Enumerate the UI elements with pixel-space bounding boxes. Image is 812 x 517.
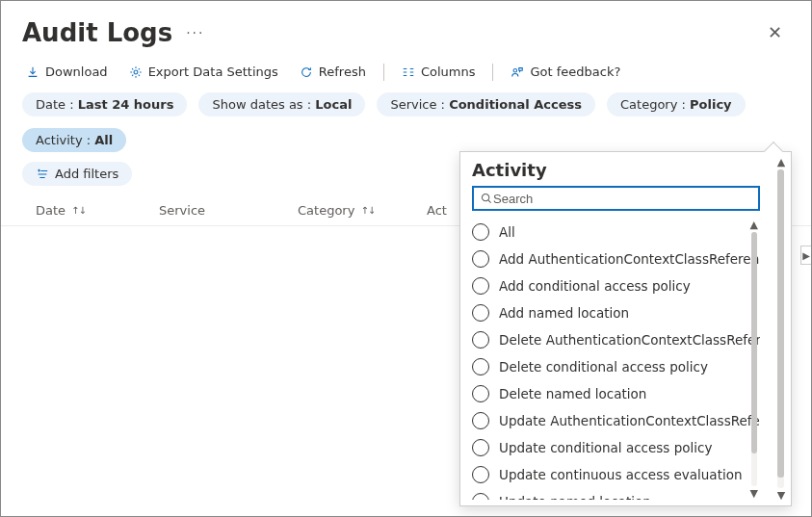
more-options-icon[interactable]: ··· bbox=[186, 25, 204, 40]
column-header-service[interactable]: Service bbox=[159, 203, 298, 218]
option-delete-namedloc[interactable]: Delete named location bbox=[472, 380, 750, 407]
filter-service-label: Service : bbox=[390, 97, 449, 112]
list-scroll-down[interactable]: ▼ bbox=[750, 487, 758, 500]
radio-icon bbox=[472, 223, 489, 241]
list-scroll-up[interactable]: ▲ bbox=[750, 219, 758, 231]
refresh-icon bbox=[300, 65, 313, 79]
option-add-capolicy[interactable]: Add conditional access policy bbox=[472, 272, 750, 299]
download-icon bbox=[26, 65, 39, 79]
columns-icon bbox=[402, 65, 415, 79]
filter-showdates-label: Show dates as : bbox=[212, 97, 315, 112]
radio-icon bbox=[472, 331, 489, 349]
activity-dropdown: Activity All Add AuthenticationContextCl… bbox=[459, 151, 792, 506]
filter-activity-value: All bbox=[94, 133, 113, 147]
radio-icon bbox=[472, 439, 489, 456]
filter-showdates[interactable]: Show dates as : Local bbox=[198, 92, 365, 116]
dropdown-search[interactable] bbox=[472, 186, 760, 211]
refresh-button[interactable]: Refresh bbox=[296, 63, 370, 81]
column-header-category[interactable]: Category ↑↓ bbox=[298, 203, 427, 218]
search-input[interactable] bbox=[493, 192, 752, 206]
radio-icon bbox=[472, 277, 489, 295]
filter-activity[interactable]: Activity : All bbox=[22, 128, 126, 152]
option-update-namedloc[interactable]: Update named location bbox=[472, 488, 750, 500]
option-label: All bbox=[499, 224, 515, 240]
columns-label: Columns bbox=[421, 65, 476, 79]
option-add-namedloc[interactable]: Add named location bbox=[472, 299, 750, 326]
option-delete-capolicy[interactable]: Delete conditional access policy bbox=[472, 353, 750, 380]
filter-activity-label: Activity : bbox=[36, 133, 94, 147]
option-label: Update continuous access evaluation bbox=[499, 467, 743, 482]
option-label: Delete AuthenticationContextClassReferen… bbox=[499, 332, 760, 348]
option-all[interactable]: All bbox=[472, 219, 750, 246]
radio-icon bbox=[472, 385, 489, 402]
column-header-service-label: Service bbox=[159, 203, 205, 218]
radio-icon bbox=[472, 466, 489, 483]
export-settings-button[interactable]: Export Data Settings bbox=[125, 63, 282, 81]
filter-showdates-value: Local bbox=[315, 97, 352, 112]
export-settings-label: Export Data Settings bbox=[148, 65, 278, 79]
columns-button[interactable]: Columns bbox=[398, 63, 480, 81]
filter-add-icon bbox=[36, 168, 49, 181]
feedback-label: Got feedback? bbox=[530, 65, 620, 79]
option-add-authctx[interactable]: Add AuthenticationContextClassReference bbox=[472, 246, 750, 272]
column-header-date-label: Date bbox=[36, 203, 65, 218]
filter-category-label: Category : bbox=[620, 97, 690, 112]
feedback-button[interactable]: Got feedback? bbox=[507, 63, 624, 81]
panel-scroll-up[interactable]: ▲ bbox=[772, 156, 791, 168]
dropdown-list: All Add AuthenticationContextClassRefere… bbox=[472, 219, 760, 500]
option-delete-authctx[interactable]: Delete AuthenticationContextClassReferen… bbox=[472, 326, 750, 353]
add-filters-label: Add filters bbox=[55, 167, 118, 181]
person-feedback-icon bbox=[511, 65, 524, 79]
option-label: Delete conditional access policy bbox=[499, 359, 708, 375]
download-button[interactable]: Download bbox=[22, 63, 112, 81]
svg-point-1 bbox=[514, 68, 518, 72]
sort-icon: ↑↓ bbox=[71, 205, 86, 216]
option-label: Add named location bbox=[499, 305, 629, 321]
filter-service[interactable]: Service : Conditional Access bbox=[377, 92, 595, 116]
radio-icon bbox=[472, 493, 489, 500]
radio-icon bbox=[472, 358, 489, 375]
option-update-cae[interactable]: Update continuous access evaluation bbox=[472, 461, 750, 488]
search-icon bbox=[480, 192, 493, 205]
filter-date-label: Date : bbox=[36, 97, 78, 112]
column-header-activity-label: Act bbox=[427, 203, 447, 218]
page-title: Audit Logs bbox=[22, 18, 172, 47]
download-label: Download bbox=[45, 65, 108, 79]
close-icon[interactable]: ✕ bbox=[760, 20, 790, 45]
radio-icon bbox=[472, 250, 489, 268]
option-update-capolicy[interactable]: Update conditional access policy bbox=[472, 434, 750, 461]
dropdown-title: Activity bbox=[472, 160, 760, 180]
column-header-category-label: Category bbox=[298, 203, 354, 218]
command-bar: Download Export Data Settings Refresh Co… bbox=[1, 51, 811, 90]
radio-icon bbox=[472, 304, 489, 322]
sort-icon: ↑↓ bbox=[360, 205, 375, 216]
panel-scroll-down[interactable]: ▼ bbox=[772, 489, 791, 502]
filter-category-value: Policy bbox=[690, 97, 732, 112]
svg-point-2 bbox=[482, 194, 488, 200]
option-label: Add conditional access policy bbox=[499, 278, 691, 294]
filter-service-value: Conditional Access bbox=[449, 97, 582, 112]
filter-date[interactable]: Date : Last 24 hours bbox=[22, 92, 187, 116]
option-label: Update named location bbox=[499, 494, 651, 500]
horizontal-scroll-right[interactable]: ▶ bbox=[800, 246, 811, 265]
list-scroll-thumb[interactable] bbox=[751, 232, 757, 453]
option-label: Add AuthenticationContextClassReference bbox=[499, 251, 760, 267]
panel-scrollbar: ▲ ▼ bbox=[772, 152, 791, 505]
filter-date-value: Last 24 hours bbox=[78, 97, 174, 112]
add-filters-button[interactable]: Add filters bbox=[22, 162, 132, 186]
separator bbox=[383, 64, 384, 81]
filter-category[interactable]: Category : Policy bbox=[607, 92, 746, 116]
column-header-date[interactable]: Date ↑↓ bbox=[36, 203, 159, 218]
gear-icon bbox=[129, 65, 143, 79]
option-update-authctx[interactable]: Update AuthenticationContextClassReferen… bbox=[472, 407, 750, 434]
option-label: Update conditional access policy bbox=[499, 440, 712, 455]
separator bbox=[492, 64, 493, 81]
svg-point-0 bbox=[134, 70, 138, 74]
panel-scroll-thumb[interactable] bbox=[777, 169, 784, 478]
radio-icon bbox=[472, 412, 489, 429]
option-label: Delete named location bbox=[499, 386, 646, 401]
option-label: Update AuthenticationContextClassReferen… bbox=[499, 413, 760, 428]
refresh-label: Refresh bbox=[319, 65, 366, 79]
